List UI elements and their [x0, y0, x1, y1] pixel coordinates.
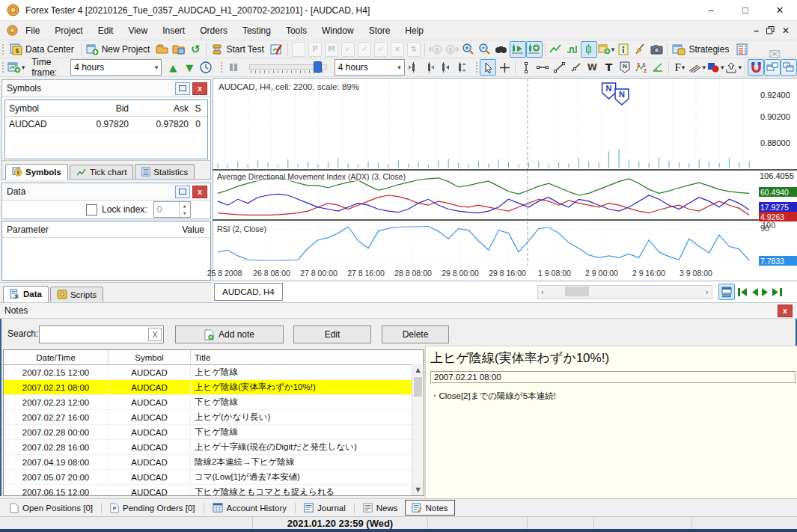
scroll-thumb[interactable] [414, 377, 422, 397]
delete-order-icon[interactable]: × [389, 41, 406, 58]
symbols-col-bid[interactable]: Bid [65, 103, 129, 114]
panel-divider[interactable] [213, 219, 797, 221]
mdi-restore-button[interactable] [766, 26, 775, 34]
close-all-orders-icon[interactable]: ✓ [373, 41, 389, 58]
pending-order-icon[interactable]: P [307, 41, 323, 58]
note-row[interactable]: 2007.02.15 12:00AUDCAD上ヒゲ陰線 [4, 365, 424, 380]
scroll-down-arrow[interactable]: ▼ [412, 484, 424, 495]
note-row[interactable]: 2007.05.07 20:00AUDCADコマ(Low[1]が過去7本安値) [4, 470, 424, 485]
step-forward-icon[interactable] [421, 59, 438, 76]
line-chart-mode-icon[interactable] [548, 41, 564, 58]
tab-scripts[interactable]: Scripts [50, 287, 103, 302]
trend-line-tool-icon[interactable] [551, 59, 567, 76]
tab-pending-orders[interactable]: P Pending Orders [0] [103, 500, 202, 516]
maximize-button[interactable]: □ [728, 0, 763, 21]
data-minimize-button[interactable] [175, 186, 190, 198]
symbols-close-button[interactable]: x [192, 82, 207, 95]
toolbar-grip[interactable] [1, 61, 4, 73]
wave-tool-icon[interactable]: W [584, 59, 600, 76]
text-tool-icon[interactable]: T [600, 59, 617, 76]
market-order-icon[interactable]: M [323, 41, 340, 58]
menu-tools[interactable]: Tools [278, 22, 314, 39]
vertical-line-tool-icon[interactable] [518, 59, 534, 76]
add-indicator-icon[interactable]: ▾ [597, 41, 616, 58]
lock-index-input[interactable]: 0 ▲ ▼ [153, 201, 191, 218]
withdraw-icon[interactable]: $ [444, 41, 460, 58]
notes-col-title[interactable]: Title [191, 350, 424, 364]
note-row[interactable]: 2007.04.19 08:00AUDCAD陰線2本連続→下ヒゲ陰線 [4, 455, 424, 470]
delete-note-button[interactable]: Delete [382, 325, 449, 343]
menu-orders[interactable]: Orders [192, 22, 235, 39]
go-last-icon[interactable] [772, 287, 783, 297]
channels-tool-icon[interactable]: ▾ [688, 59, 706, 76]
time-frame-select[interactable]: 4 hours ▾ [70, 59, 162, 76]
notes-vscrollbar[interactable]: ▲ ▼ [412, 364, 424, 495]
menu-project[interactable]: Project [47, 22, 90, 39]
parameter-col-header[interactable]: Parameter [2, 224, 182, 235]
zoom-in-icon[interactable] [460, 41, 477, 58]
search-input[interactable]: X [39, 325, 164, 343]
strategies-button[interactable]: Strategies [670, 43, 733, 56]
tab-journal[interactable]: Journal [297, 500, 352, 516]
minimize-button[interactable]: – [694, 0, 728, 21]
zoom-out-icon[interactable] [477, 41, 493, 58]
note-row[interactable]: 2007.02.23 12:00AUDCAD下ヒゲ陰線 [4, 395, 424, 410]
open-project-icon[interactable] [154, 41, 171, 58]
note-row[interactable]: 2007.02.21 08:00AUDCAD上ヒゲ陰線(実体率わずか10%!) [4, 380, 424, 395]
close-order-icon[interactable]: ✓ [356, 41, 373, 58]
symbols-col-s[interactable]: S [189, 103, 207, 114]
lock-index-spinner[interactable]: ▲ ▼ [179, 202, 190, 217]
elliott-wave-tool-icon[interactable]: 132 [633, 59, 650, 76]
test-speed-slider[interactable] [249, 60, 327, 75]
edit-note-button[interactable]: Edit [293, 325, 371, 343]
bar-by-bar-icon[interactable] [526, 41, 543, 58]
tab-tick-chart[interactable]: Tick chart [70, 165, 133, 179]
menu-window[interactable]: Window [314, 22, 361, 39]
main-chart[interactable]: NN [213, 79, 757, 169]
lock-index-checkbox[interactable] [86, 204, 97, 215]
symbols-col-symbol[interactable]: Symbol [5, 103, 65, 114]
new-order-icon[interactable] [290, 41, 307, 58]
angle-tool-icon[interactable] [650, 59, 666, 76]
save-project-icon[interactable] [171, 41, 187, 58]
menu-file[interactable]: File [18, 22, 47, 39]
value-col-header[interactable]: Value [182, 224, 210, 235]
scroll-thumb[interactable] [565, 287, 589, 296]
scroll-left-arrow[interactable]: ‹ [538, 288, 547, 296]
go-prev-icon[interactable] [751, 287, 759, 297]
note-row[interactable]: 2007.02.28 00:00AUDCAD下ヒゲ陰線 [4, 425, 424, 440]
pause-icon[interactable] [225, 59, 242, 76]
note-detail-datetime[interactable]: 2007.02.21 08:00 [430, 371, 796, 383]
note-row[interactable]: 2007.02.28 16:00AUDCAD上ヒゲ十字線(現在のDigitだと発… [4, 440, 424, 455]
toolbar-grip[interactable] [1, 43, 5, 55]
symbols-minimize-button[interactable] [175, 82, 190, 95]
tab-open-positions[interactable]: Open Positions [0] [3, 500, 100, 516]
deposit-icon[interactable]: $ [427, 41, 444, 58]
auto-scroll-icon[interactable] [454, 59, 471, 76]
timeframe-down-icon[interactable]: ▼ [181, 59, 198, 76]
chart-hscrollbar[interactable]: ‹ › [537, 285, 712, 299]
menu-store[interactable]: Store [361, 22, 398, 39]
timeframe-up-icon[interactable]: ▲ [165, 59, 181, 76]
add-note-button[interactable]: Add note [175, 325, 284, 343]
chart-tab-audcad-h4[interactable]: AUDCAD, H4 [214, 283, 283, 301]
cascade-windows-icon[interactable] [781, 59, 797, 76]
sort-orders-icon[interactable]: ⇅ [406, 41, 422, 58]
go-next-icon[interactable] [761, 287, 769, 297]
tab-data[interactable]: Data [3, 286, 49, 302]
horizontal-line-tool-icon[interactable] [534, 59, 551, 76]
toolbar-grip[interactable] [220, 61, 223, 73]
magnet-icon[interactable] [748, 59, 764, 76]
note-row[interactable]: 2007.02.27 16:00AUDCAD上ヒゲ(かなり長い) [4, 410, 424, 425]
notes-close-button[interactable]: x [778, 305, 793, 317]
note-row[interactable]: 2007.06.15 12:00AUDCAD下ヒゲ陰線ともコマとも捉えられる [4, 485, 424, 496]
export-tool-icon[interactable]: ▾ [724, 59, 742, 76]
crosshair-tool-icon[interactable] [496, 59, 513, 76]
speed-select[interactable]: 4 hours ▾ [335, 59, 405, 76]
toolbar-grip[interactable] [475, 61, 478, 73]
close-button[interactable]: ✕ [763, 0, 797, 21]
cursor-tool-icon[interactable] [480, 59, 496, 76]
menu-edit[interactable]: Edit [91, 22, 121, 39]
go-first-icon[interactable] [737, 287, 748, 297]
symbols-col-ask[interactable]: Ask [129, 103, 189, 114]
